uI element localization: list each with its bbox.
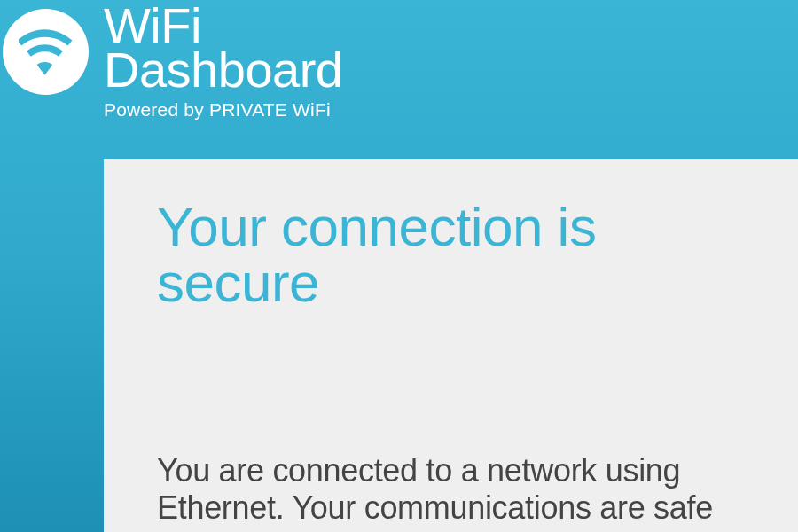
logo-group: WiFi Dashboard Powered by PRIVATE WiFi <box>3 9 798 121</box>
main-panel: Your connection is secure You are connec… <box>104 159 798 532</box>
logo-badge <box>3 9 89 95</box>
status-heading: Your connection is secure <box>157 199 745 310</box>
app-title-line1: WiFi <box>104 4 342 47</box>
app-header: WiFi Dashboard Powered by PRIVATE WiFi <box>0 0 798 159</box>
logo-text: WiFi Dashboard Powered by PRIVATE WiFi <box>104 4 342 121</box>
app-title-line2: Dashboard <box>104 47 342 93</box>
status-body-text: You are connected to a network using Eth… <box>157 452 745 532</box>
wifi-icon <box>19 25 74 80</box>
powered-by-text: Powered by PRIVATE WiFi <box>104 99 342 121</box>
